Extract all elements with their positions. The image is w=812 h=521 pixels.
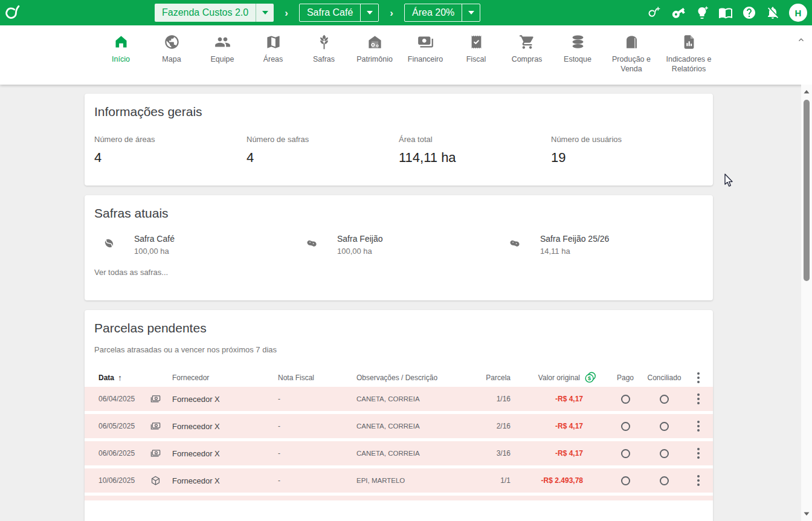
paid-checkbox[interactable] [621,422,630,431]
harvest-selector-label: Safra Café [300,7,360,18]
harvest-item[interactable]: Safra Café 100,00 ha [94,234,297,256]
reconciled-checkbox[interactable] [660,422,669,431]
key-icon[interactable] [671,5,686,20]
column-header-valor-original[interactable]: Valor original $ [511,371,605,384]
paid-checkbox[interactable] [621,395,630,404]
bean-icon [507,236,523,251]
reconciled-checkbox[interactable] [660,476,669,485]
kebab-menu-icon [695,370,702,386]
money-icon [417,34,434,50]
user-avatar[interactable]: H [789,4,807,22]
app-window: Fazenda Custos 2.0 › Safra Café › Área 2… [0,0,812,521]
nav-item-compras[interactable]: Compras [501,34,552,74]
harvest-item[interactable]: Safra Feijão 25/26 14,11 ha [500,234,703,256]
nav-item-estoque[interactable]: Estoque [552,34,603,74]
wheat-icon [316,34,332,50]
nav-item-safras[interactable]: Safras [298,34,349,74]
globe-icon [164,34,180,50]
nav-item-patrimonio[interactable]: Patrimônio [349,34,400,74]
banknote-icon [139,421,172,432]
people-icon [214,34,231,50]
vertical-scrollbar[interactable] [801,85,812,521]
scrollbar-thumb[interactable] [804,100,810,281]
nav-item-financeiro[interactable]: Financeiro [400,34,451,74]
book-icon[interactable] [718,5,733,20]
harvest-list: Safra Café 100,00 ha Safra Feijão 100,00… [85,221,713,256]
barn-icon [367,34,383,50]
table-row[interactable]: 06/05/2025 Fornecedor X - CANETA, CORREI… [85,414,713,438]
kebab-menu-icon[interactable] [695,418,702,434]
table-row[interactable]: 06/04/2025 Fornecedor X - CANETA, CORREI… [85,387,713,411]
farm-selector[interactable]: Fazenda Custos 2.0 [155,4,274,22]
coffee-bean-icon [102,236,117,251]
card-title: Parcelas pendentes [85,310,713,335]
silo-icon [624,34,640,50]
column-header-descricao[interactable]: Observações / Descrição [356,374,483,382]
cart-icon [519,34,535,50]
column-header-data[interactable]: Data ↑ [85,373,139,383]
chevron-down-icon[interactable] [462,4,480,21]
sort-asc-icon: ↑ [118,373,122,383]
help-icon[interactable] [742,5,756,20]
stats-row: Número de áreas 4 Número de safras 4 Áre… [85,119,713,166]
stat-safras: Número de safras 4 [246,135,399,166]
map-icon [265,34,282,50]
notifications-off-icon[interactable] [765,5,780,20]
card-title: Safras atuais [85,195,713,221]
table-header: Data ↑ Fornecedor Nota Fiscal Observaçõe… [85,369,713,387]
table-header-menu[interactable] [683,370,713,386]
general-info-card: Informações gerais Número de áreas 4 Núm… [85,94,713,186]
mouse-cursor [724,173,736,188]
farm-selector-label: Fazenda Custos 2.0 [155,7,256,18]
paid-checkbox[interactable] [621,476,630,485]
chevron-down-icon[interactable] [360,4,378,21]
see-all-harvests-link[interactable]: Ver todas as safras... [85,256,713,277]
lightbulb-new-icon[interactable] [695,5,709,20]
current-harvests-card: Safras atuais Safra Café 100,00 ha Safra… [85,195,713,300]
column-header-pago[interactable]: Pago [605,374,645,382]
app-bar-actions: H [648,0,807,25]
column-header-nota-fiscal[interactable]: Nota Fiscal [278,374,356,382]
nav-item-areas[interactable]: Áreas [248,34,298,74]
add-farm-icon[interactable] [648,5,662,20]
harvest-item[interactable]: Safra Feijão 100,00 ha [297,234,500,256]
nav-item-equipe[interactable]: Equipe [197,34,248,74]
stat-areas: Número de áreas 4 [94,135,246,166]
reconciled-checkbox[interactable] [660,395,669,404]
package-icon [139,475,172,487]
area-selector-label: Área 20% [405,7,462,18]
reconciled-checkbox[interactable] [660,449,669,458]
area-selector[interactable]: Área 20% [404,4,480,22]
column-header-conciliado[interactable]: Conciliado [645,374,683,382]
table-row-partial[interactable] [85,496,713,500]
nav-item-fiscal[interactable]: Fiscal [451,34,501,74]
bean-icon [304,236,320,251]
collapse-nav-icon[interactable] [796,35,806,45]
chevron-down-icon[interactable] [256,4,274,22]
breadcrumb-separator-icon: › [390,8,393,18]
nav-item-producao-venda[interactable]: Produção e Venda [603,34,660,74]
column-header-fornecedor[interactable]: Fornecedor [172,374,278,382]
scroll-up-icon[interactable] [803,88,810,95]
app-bar: Fazenda Custos 2.0 › Safra Café › Área 2… [0,0,812,25]
scroll-down-icon[interactable] [803,510,810,517]
context-breadcrumb: Fazenda Custos 2.0 › Safra Café › Área 2… [155,4,480,22]
stock-icon [570,34,586,50]
report-icon [681,34,697,50]
kebab-menu-icon[interactable] [695,473,702,488]
kebab-menu-icon[interactable] [695,391,702,407]
table-row[interactable]: 10/06/2025 Fornecedor X - EPI, MARTELO 1… [85,468,713,493]
home-icon [113,34,129,50]
paid-checkbox[interactable] [621,449,630,458]
kebab-menu-icon[interactable] [695,445,702,461]
column-header-parcela[interactable]: Parcela [483,374,511,382]
nav-item-indicadores-relatorios[interactable]: Indicadores e Relatórios [660,34,718,74]
main-navigation: Início Mapa Equipe Áreas Safras Patrimôn… [0,25,812,85]
harvest-selector[interactable]: Safra Café [299,4,379,22]
table-row[interactable]: 06/06/2025 Fornecedor X - CANETA, CORREI… [85,441,713,465]
pending-installments-card: Parcelas pendentes Parcelas atrasadas ou… [85,310,713,521]
aegro-logo-icon[interactable] [5,4,24,22]
nav-item-mapa[interactable]: Mapa [146,34,197,74]
coin-icon: $ [584,371,597,384]
nav-item-inicio[interactable]: Início [95,34,146,74]
